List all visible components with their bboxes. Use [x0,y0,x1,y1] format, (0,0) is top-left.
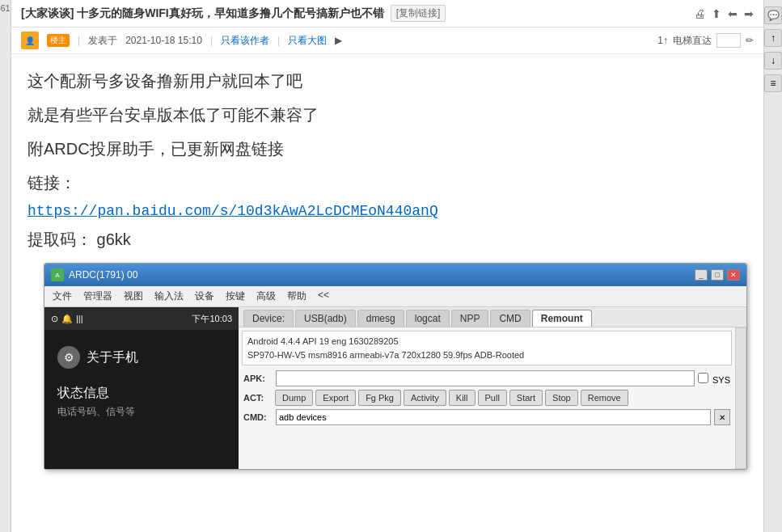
divider-1: | [78,35,80,46]
post-header: [大家谈谈] 十多元的随身WIFI真好玩，早知道多撸几个配号搞新户也不错 [复制… [11,0,763,27]
sys-checkbox-label[interactable]: SYS [698,373,730,385]
menu-file[interactable]: 文件 [48,288,77,305]
post-header-icons: 🖨 ⬆ ⬅ ➡ [694,7,754,20]
device-info-box: Android 4.4.4 API 19 eng 1630289205 SP97… [242,331,732,365]
floor-icon: 1↑ [657,35,668,46]
post-body: 这个配新号多设备撸新用户就回本了吧 就是有些平台安卓版本低了可能不兼容了 附AR… [11,54,763,532]
scroll-up-button[interactable]: ↑ [764,29,782,47]
phone-screen: ⊙ 🔔 ||| 下午10:03 ⚙ 关于手机 [44,307,239,469]
ardc-window: A ARDC(1791) 00 _ □ ✕ 文件 管理器 视图 输入法 设备 [44,263,747,470]
author-avatar: 👤 [21,32,39,49]
phone-icon-1: ⊙ [51,314,58,324]
menu-view[interactable]: 视图 [119,288,148,305]
phone-icon-2: 🔔 [61,314,73,324]
scroll-down-button[interactable]: ↓ [764,52,782,70]
only-big-pic-link[interactable]: 只看大图 [288,34,327,48]
cmd-clear-button[interactable]: ✕ [714,409,730,425]
act-row: ACT: Dump Export Fg Pkg Activity Kill Pu… [239,388,735,407]
arrow-right-icon[interactable]: ➡ [744,7,754,20]
pen-icon: ✏ [746,35,754,46]
ardc-right-panel: Device: USB(adb) dmesg logcat NPP CMD Re… [239,307,746,469]
arrow-up-icon[interactable]: ⬆ [712,7,721,20]
ardc-scroll-content: Android 4.4.4 API 19 eng 1630289205 SP97… [239,327,735,469]
posted-at-label: 发表于 [88,34,117,48]
apk-row: APK: SYS [239,369,735,388]
post-date: 2021-10-18 15:10 [125,35,202,46]
cmd-input[interactable] [276,409,711,425]
ardc-window-title: ARDC(1791) 00 [69,269,137,281]
scrollbar[interactable] [735,327,746,469]
stop-button[interactable]: Stop [545,390,578,406]
chat-icon-button[interactable]: 💬 [764,6,782,24]
elevator-area: 1↑ 电梯直达 ✏ [657,33,754,48]
print-icon[interactable]: 🖨 [694,7,705,20]
elevator-input[interactable] [716,33,741,48]
menu-collapse[interactable]: << [313,288,334,305]
dump-button[interactable]: Dump [275,390,313,406]
phone-content: ⚙ 关于手机 状态信息 电话号码、信号等 [44,330,239,469]
post-line-1: 这个配新号多设备撸新用户就回本了吧 [27,67,747,95]
main-content: [大家谈谈] 十多元的随身WIFI真好玩，早知道多撸几个配号搞新户也不错 [复制… [11,0,763,532]
act-label: ACT: [243,393,273,403]
status-info-block: 状态信息 电话号码、信号等 [57,385,135,419]
tab-usb-adb[interactable]: USB(adb) [295,310,356,327]
post-line-3: 附ARDC投屏助手，已更新网盘链接 [27,135,747,163]
menu-keys[interactable]: 按键 [221,288,250,305]
ardc-titlebar: A ARDC(1791) 00 _ □ ✕ [44,264,746,286]
maximize-button[interactable]: □ [711,269,724,281]
extract-code-line: 提取码： g6kk [27,226,747,253]
activity-button[interactable]: Activity [404,390,446,406]
menu-manager[interactable]: 管理器 [78,288,117,305]
post-title: [大家谈谈] 十多元的随身WIFI真好玩，早知道多撸几个配号搞新户也不错 [21,6,384,21]
menu-list-button[interactable]: ≡ [764,74,782,92]
arrow-left-icon[interactable]: ⬅ [728,7,738,20]
tab-npp[interactable]: NPP [451,310,489,327]
remove-button[interactable]: Remove [581,390,628,406]
extract-code-value: g6kk [97,230,131,248]
minimize-button[interactable]: _ [695,269,708,281]
about-phone-text: 关于手机 [87,349,138,366]
apk-label: APK: [243,374,273,383]
export-button[interactable]: Export [315,390,356,406]
menu-advanced[interactable]: 高级 [252,288,281,305]
menu-help[interactable]: 帮助 [282,288,311,305]
apk-input[interactable] [276,370,695,386]
menu-input[interactable]: 输入法 [150,288,188,305]
tab-remount[interactable]: Remount [532,310,592,327]
ardc-title-left: A ARDC(1791) 00 [51,268,137,281]
kill-button[interactable]: Kill [449,390,476,406]
cmd-row: CMD: ✕ [239,407,735,427]
only-author-link[interactable]: 只看该作者 [221,34,269,48]
start-button[interactable]: Start [509,390,543,406]
tab-dmesg[interactable]: dmesg [357,310,404,327]
baidu-pan-link[interactable]: https://pan.baidu.com/s/10d3kAwA2LcDCMEo… [27,203,747,219]
cmd-label: CMD: [243,412,273,422]
author-badge: 楼主 [47,34,70,47]
tab-logcat[interactable]: logcat [406,310,450,327]
post-title-area: [大家谈谈] 十多元的随身WIFI真好玩，早知道多撸几个配号搞新户也不错 [复制… [21,5,446,22]
pull-button[interactable]: Pull [478,390,507,406]
menu-device[interactable]: 设备 [190,288,219,305]
fg-pkg-button[interactable]: Fg Pkg [358,390,401,406]
ardc-content-area: Android 4.4.4 API 19 eng 1630289205 SP97… [239,327,746,469]
sys-checkbox[interactable] [698,373,708,383]
status-info-sub: 电话号码、信号等 [57,405,135,419]
divider-3: | [277,35,280,46]
tab-cmd[interactable]: CMD [490,310,530,327]
phone-icon-3: ||| [76,314,83,323]
settings-row: ⚙ 关于手机 [57,346,138,369]
copy-link-button[interactable]: [复制链接] [391,5,446,22]
divider-2: | [210,35,213,46]
left-sidebar: 61 [0,0,11,532]
post-line-4: 链接： [27,169,747,196]
post-line-2: 就是有些平台安卓版本低了可能不兼容了 [27,101,747,129]
phone-statusbar-left: ⊙ 🔔 ||| [51,314,83,324]
sys-label: SYS [712,375,730,385]
device-info-line2: SP970-HW-V5 msm8916 armeabi-v7a 720x1280… [247,348,726,362]
close-button[interactable]: ✕ [727,269,740,281]
ardc-tabs: Device: USB(adb) dmesg logcat NPP CMD Re… [239,307,746,327]
elevator-label: 电梯直达 [673,34,712,48]
status-info-title: 状态信息 [57,385,135,402]
ardc-win-controls: _ □ ✕ [695,269,740,281]
tab-device-label: Device: [243,310,294,327]
